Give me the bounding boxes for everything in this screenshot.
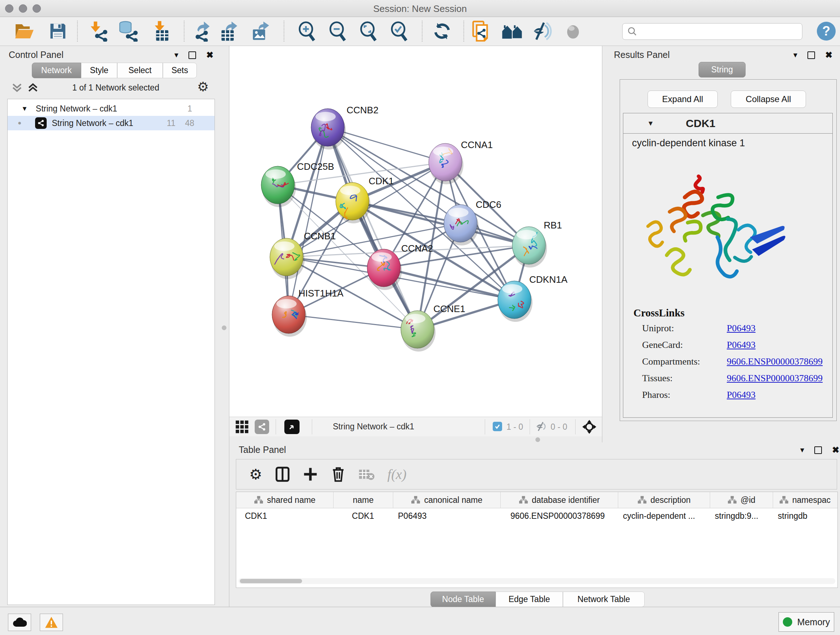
tab-network-table[interactable]: Network Table (563, 592, 645, 607)
tab-string-results[interactable]: String (699, 62, 745, 78)
show-eye-button-disabled[interactable] (559, 19, 587, 43)
help-button[interactable]: ? (817, 22, 836, 41)
hidden-eye-slash-icon (535, 421, 548, 433)
crosslink-row: GeneCard: (642, 340, 683, 350)
tab-edge-table[interactable]: Edge Table (496, 592, 563, 607)
network-edge-HIST1H1A-CCNE1[interactable] (289, 315, 417, 329)
import-network-button[interactable] (84, 19, 111, 43)
scrollbar-thumb[interactable] (240, 579, 302, 583)
column-header-name[interactable]: name (333, 492, 393, 508)
column-header-id[interactable]: @id (710, 492, 773, 508)
show-columns-icon[interactable] (275, 466, 290, 482)
export-network-button[interactable] (189, 19, 216, 43)
column-header-shared-name[interactable]: shared name (236, 492, 333, 508)
crosslink-link[interactable]: P06493 (727, 390, 755, 401)
network-node-CDKN1A[interactable]: CDKN1A (498, 274, 568, 322)
pan-crosshair-icon[interactable] (582, 419, 597, 436)
selected-checkbox-icon[interactable] (493, 422, 502, 431)
warning-icon (44, 616, 58, 629)
hide-selected-eye-slash-button[interactable] (529, 19, 556, 43)
import-table-button[interactable] (148, 19, 175, 43)
zoom-in-button[interactable] (293, 19, 321, 43)
refresh-view-button[interactable] (428, 19, 456, 43)
tab-style[interactable]: Style (81, 63, 117, 78)
crosslink-link[interactable]: 9606.ENSP00000378699 (727, 373, 823, 384)
table-row[interactable]: CDK1 CDK1 P06493 9606.ENSP00000378699 cy… (236, 508, 837, 524)
expand-all-button[interactable]: Expand All (647, 90, 718, 108)
import-network-from-database-button[interactable] (114, 19, 142, 43)
section-collapse-icon[interactable]: ▼ (647, 119, 654, 127)
delete-column-trash-icon[interactable] (331, 466, 346, 482)
column-header-database-identifier[interactable]: database identifier (500, 492, 618, 508)
left-splitter-handle[interactable] (222, 325, 226, 330)
zoom-selected-button[interactable] (385, 19, 413, 43)
splitter-handle[interactable] (535, 437, 540, 442)
network-node-CDK1[interactable]: CDK1 (336, 176, 393, 223)
clone-network-button[interactable] (468, 19, 496, 43)
column-header-namespace[interactable]: namespac (773, 492, 837, 508)
close-panel-icon[interactable]: ✖ (206, 51, 213, 59)
export-image-button[interactable] (248, 19, 275, 43)
add-column-icon[interactable] (303, 467, 318, 482)
string-view-icon[interactable] (255, 420, 269, 434)
zoom-fit-button[interactable] (355, 19, 382, 43)
column-header-description[interactable]: description (618, 492, 710, 508)
network-node-HIST1H1A[interactable]: HIST1H1A (272, 288, 344, 337)
crosslink-link[interactable]: 9606.ENSP00000378699 (727, 356, 823, 367)
float-panel-icon[interactable] (188, 51, 196, 59)
warnings-button[interactable] (40, 614, 63, 631)
table-settings-gear-icon[interactable]: ⚙ (249, 466, 262, 483)
node-label-CCNA1: CCNA1 (461, 139, 493, 150)
birdseye-view-icon[interactable] (284, 420, 300, 434)
network-node-CDC6[interactable]: CDC6 (444, 199, 501, 245)
network-collection-row[interactable]: ▼ String Network – cdk1 1 (8, 101, 215, 116)
tab-network[interactable]: Network (32, 63, 81, 78)
protein-structure-image (641, 172, 793, 299)
tree-expanded-icon[interactable]: ▼ (21, 105, 28, 112)
control-panel-title: Control Panel (9, 50, 63, 60)
zoom-out-button[interactable] (324, 19, 351, 43)
float-panel-icon[interactable] (814, 447, 822, 454)
save-session-button[interactable] (44, 19, 72, 43)
string-network-graph[interactable]: CCNB2CCNA1CDC25BCDK1CDC6RB1CCNB1CCNA2CDK… (229, 46, 602, 417)
search-input[interactable] (641, 27, 802, 36)
open-session-button[interactable] (11, 19, 38, 43)
neighborhood-houses-button[interactable] (499, 19, 526, 43)
tab-select[interactable]: Select (117, 63, 163, 78)
close-panel-icon[interactable]: ✖ (825, 51, 832, 59)
collapse-all-button[interactable]: Collapse All (731, 90, 806, 108)
node-table: shared name name canonical name database… (236, 492, 838, 588)
control-panel: Control Panel ▾ ✖ Network Style Select S… (0, 46, 229, 607)
column-header-canonical-name[interactable]: canonical name (393, 492, 500, 508)
delete-table-icon-disabled (358, 468, 374, 481)
protein-section-header[interactable]: ▼ CDK1 (623, 113, 832, 134)
expand-all-networks-icon[interactable] (27, 82, 39, 95)
search-box[interactable] (622, 23, 802, 40)
crosslink-link[interactable]: P06493 (727, 340, 755, 350)
export-table-button[interactable] (216, 19, 243, 43)
network-node-RB1[interactable]: RB1 (512, 220, 562, 268)
crosslink-label: GeneCard: (642, 340, 683, 350)
crosslink-link[interactable]: P06493 (727, 323, 755, 334)
control-panel-tabs: Network Style Select Sets (32, 63, 197, 78)
network-edge-CCNB2-HIST1H1A[interactable] (289, 127, 328, 315)
collapse-all-networks-icon[interactable] (11, 82, 23, 95)
close-panel-icon[interactable]: ✖ (832, 446, 839, 454)
tab-sets[interactable]: Sets (163, 63, 197, 78)
network-row-selected[interactable]: ● String Network – cdk1 11 48 (8, 116, 215, 130)
float-panel-icon[interactable] (807, 51, 815, 59)
network-view-toolbar: String Network – cdk1 1 - 0 0 - 0 (229, 417, 602, 437)
cloud-icon (12, 616, 27, 628)
grid-view-icon[interactable] (235, 420, 249, 435)
panel-menu-caret-icon[interactable]: ▾ (174, 50, 178, 60)
network-options-gear-icon[interactable]: ⚙ (197, 79, 209, 95)
network-canvas[interactable]: CCNB2CCNA1CDC25BCDK1CDC6RB1CCNB1CCNA2CDK… (229, 46, 602, 417)
network-edge-CCNB2-CCNE1[interactable] (328, 127, 417, 329)
panel-menu-caret-icon[interactable]: ▾ (793, 50, 797, 60)
panel-menu-caret-icon[interactable]: ▾ (800, 445, 804, 455)
memory-button[interactable]: Memory (778, 612, 834, 632)
tab-node-table[interactable]: Node Table (431, 592, 496, 607)
cloud-button[interactable] (8, 614, 31, 631)
network-node-CCNE1[interactable]: CCNE1 (401, 303, 465, 352)
table-horizontal-scrollbar[interactable] (238, 578, 835, 584)
